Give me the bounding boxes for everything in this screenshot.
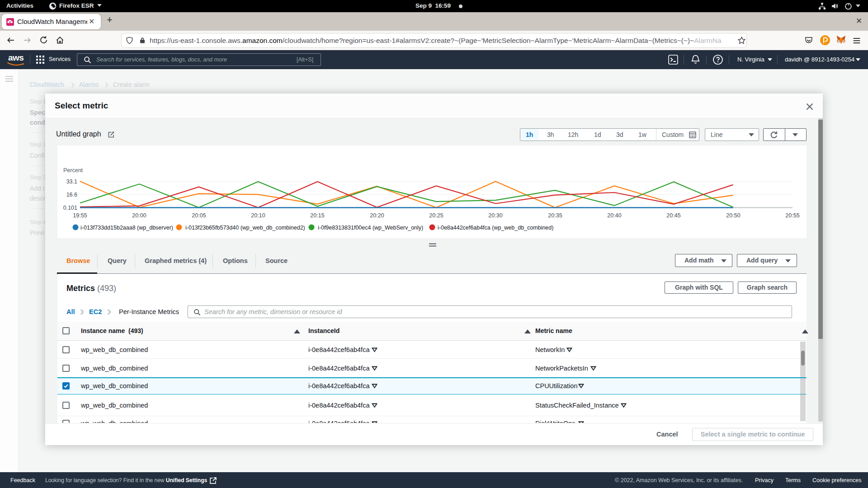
svg-text:33.1: 33.1 [66,178,77,185]
svg-text:20:35: 20:35 [548,212,562,219]
svg-text:20:30: 20:30 [488,212,502,219]
svg-text:19:55: 19:55 [73,212,87,219]
svg-text:20:15: 20:15 [310,212,324,219]
svg-text:20:25: 20:25 [429,212,443,219]
svg-text:20:00: 20:00 [132,212,146,219]
svg-text:20:55: 20:55 [785,212,799,219]
svg-text:i-0f9e8313831f00ec4 (wp_WebSer: i-0f9e8313831f00ec4 (wp_WebServ_only) [318,225,423,231]
svg-text:0.101: 0.101 [63,205,77,211]
svg-text:20:20: 20:20 [370,212,384,219]
svg-text:20:50: 20:50 [726,212,740,219]
svg-text:16.6: 16.6 [66,192,77,198]
svg-text:20:40: 20:40 [607,212,621,219]
svg-text:Percent: Percent [63,167,83,174]
svg-text:i-013f733dd15b2aaa8 (wp_dbserv: i-013f733dd15b2aaa8 (wp_dbserver) [80,225,173,231]
svg-text:20:05: 20:05 [192,212,206,219]
svg-text:20:10: 20:10 [251,212,265,219]
svg-text:i-0e8a442cef6ab4fca (wp_web_db: i-0e8a442cef6ab4fca (wp_web_db_combined) [438,225,553,231]
svg-text:20:45: 20:45 [666,212,680,219]
svg-text:i-013f23b65fb573d40 (wp_web_db: i-013f23b65fb573d40 (wp_web_db_combined2… [185,225,305,231]
